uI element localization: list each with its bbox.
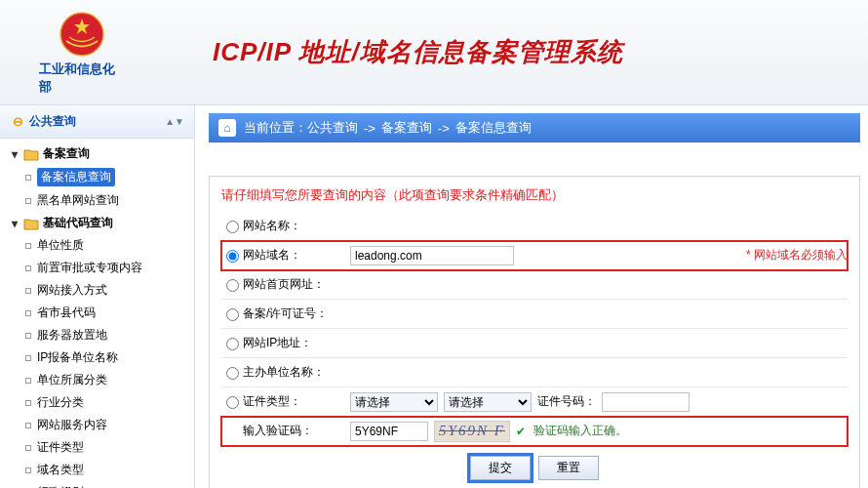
folder-open-icon [23, 147, 39, 161]
check-circle-icon: ✔ [516, 425, 526, 438]
radio-cert[interactable] [226, 396, 239, 409]
submit-button[interactable]: 提交 [470, 456, 531, 480]
sidebar-tree: ▾ 备案查询 备案信息查询 黑名单网站查询 ▾ 基础代码查询 单位性质 前置审批… [0, 139, 194, 488]
radio-sponsor[interactable] [226, 367, 239, 380]
breadcrumb-sep: -> [438, 121, 450, 136]
doc-icon [25, 333, 31, 339]
radio-site-domain[interactable] [226, 250, 239, 263]
doc-icon [25, 288, 31, 294]
doc-icon [25, 400, 31, 406]
label-site-name: 网站名称： [243, 218, 350, 234]
input-cert-no[interactable] [602, 392, 690, 412]
main: ⊖ 公共查询 ▲▼ ▾ 备案查询 备案信息查询 黑名单网站查询 ▾ 基础代码查询… [0, 105, 868, 488]
arrow-down-icon: ▾ [12, 147, 23, 161]
tree-item[interactable]: 行业分类 [0, 391, 194, 414]
tree-item[interactable]: 服务器放置地 [0, 324, 194, 346]
row-homepage: 网站首页网址： [221, 270, 848, 300]
radio-site-name[interactable] [226, 221, 239, 233]
input-captcha[interactable] [350, 422, 428, 441]
doc-icon [25, 468, 31, 473]
row-license: 备案/许可证号： [221, 300, 848, 329]
label-captcha: 输入验证码： [243, 423, 350, 439]
row-sponsor: 主办单位名称： [221, 358, 848, 387]
row-captcha: 输入验证码： 5Y69N F ✔ 验证码输入正确。 [221, 417, 848, 446]
sidebar-section-title: 公共查询 [29, 113, 76, 130]
breadcrumb-item[interactable]: 公共查询 [307, 119, 358, 137]
tree-item[interactable]: 网站接入方式 [0, 279, 194, 302]
radio-license[interactable] [226, 308, 239, 321]
tree-item[interactable]: 行政级别 [0, 481, 194, 488]
sidebar: ⊖ 公共查询 ▲▼ ▾ 备案查询 备案信息查询 黑名单网站查询 ▾ 基础代码查询… [0, 105, 195, 488]
tree-item-blacklist[interactable]: 黑名单网站查询 [0, 189, 194, 212]
tree-group-filing[interactable]: ▾ 备案查询 [0, 142, 194, 165]
breadcrumb-item[interactable]: 备案查询 [381, 119, 432, 137]
row-site-domain: 网站域名： * 网站域名必须输入 [221, 241, 848, 270]
doc-icon [25, 445, 31, 451]
breadcrumb: ⌂ 当前位置： 公共查询 -> 备案查询 -> 备案信息查询 [209, 113, 860, 142]
row-ip: 网站IP地址： [221, 329, 848, 358]
form-actions: 提交 重置 [221, 456, 848, 480]
tree-group-basecode[interactable]: ▾ 基础代码查询 [0, 212, 194, 234]
reset-button[interactable]: 重置 [538, 456, 599, 480]
breadcrumb-prefix: 当前位置： [244, 119, 307, 137]
doc-icon [25, 198, 31, 204]
tree-item[interactable]: IP报备单位名称 [0, 346, 194, 369]
form-instruction: 请仔细填写您所要查询的内容（此项查询要求条件精确匹配） [221, 186, 848, 204]
content: ⌂ 当前位置： 公共查询 -> 备案查询 -> 备案信息查询 请仔细填写您所要查… [195, 105, 868, 488]
doc-icon [25, 378, 31, 384]
select-cert-type-1[interactable]: 请选择 [350, 392, 438, 412]
radio-homepage[interactable] [226, 279, 239, 292]
select-cert-type-2[interactable]: 请选择 [444, 392, 532, 412]
captcha-ok-msg: 验证码输入正确。 [533, 423, 627, 439]
row-site-name: 网站名称： [221, 212, 848, 241]
doc-icon [25, 243, 31, 249]
label-site-domain: 网站域名： [243, 247, 350, 264]
folder-open-icon [23, 217, 39, 230]
label-ip: 网站IP地址： [243, 335, 350, 351]
doc-icon [25, 355, 31, 361]
tree-item[interactable]: 证件类型 [0, 436, 194, 459]
captcha-image[interactable]: 5Y69N F [434, 421, 510, 442]
label-cert-no: 证件号码： [537, 393, 596, 410]
doc-icon [25, 175, 31, 181]
tree-item[interactable]: 网站服务内容 [0, 414, 194, 436]
sidebar-section-head[interactable]: ⊖ 公共查询 ▲▼ [0, 105, 194, 139]
emblem-block: 工业和信息化部 [39, 10, 125, 96]
tree-item[interactable]: 单位所属分类 [0, 369, 194, 391]
tree-item[interactable]: 域名类型 [0, 459, 194, 481]
input-site-domain[interactable] [350, 246, 514, 265]
header: 工业和信息化部 ICP/IP 地址/域名信息备案管理系统 [0, 0, 868, 105]
home-icon[interactable]: ⌂ [218, 119, 236, 137]
required-msg: * 网站域名必须输入 [746, 247, 848, 264]
breadcrumb-item[interactable]: 备案信息查询 [455, 119, 532, 137]
tree-item[interactable]: 前置审批或专项内容 [0, 257, 194, 279]
ministry-label: 工业和信息化部 [39, 61, 125, 96]
label-cert: 证件类型： [243, 393, 350, 410]
label-license: 备案/许可证号： [243, 305, 350, 322]
query-panel: 请仔细填写您所要查询的内容（此项查询要求条件精确匹配） 网站名称： 网站域名： … [209, 176, 860, 488]
national-emblem-icon [49, 10, 115, 59]
tree-item[interactable]: 单位性质 [0, 234, 194, 257]
doc-icon [25, 265, 31, 271]
breadcrumb-sep: -> [364, 121, 375, 136]
collapse-double-icon[interactable]: ▲▼ [165, 116, 184, 127]
label-sponsor: 主办单位名称： [243, 364, 350, 381]
row-cert: 证件类型： 请选择 请选择 证件号码： [221, 387, 848, 417]
tree-item-record-info[interactable]: 备案信息查询 [0, 165, 194, 189]
minus-circle-icon: ⊖ [10, 114, 25, 130]
doc-icon [25, 423, 31, 428]
arrow-down-icon: ▾ [12, 217, 23, 230]
tree-item[interactable]: 省市县代码 [0, 302, 194, 324]
doc-icon [25, 310, 31, 316]
system-title: ICP/IP 地址/域名信息备案管理系统 [125, 35, 829, 69]
label-homepage: 网站首页网址： [243, 276, 350, 293]
radio-ip[interactable] [226, 338, 239, 350]
